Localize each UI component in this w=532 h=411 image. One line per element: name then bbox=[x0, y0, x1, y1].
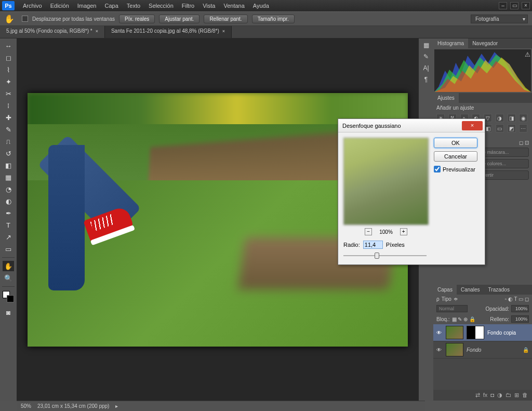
radius-slider[interactable] bbox=[343, 252, 427, 259]
radius-input[interactable] bbox=[363, 241, 383, 249]
window-close-icon[interactable]: × bbox=[522, 2, 530, 9]
menu-image[interactable]: Imagen bbox=[73, 1, 101, 10]
new-group-icon[interactable]: 🗀 bbox=[506, 392, 511, 399]
window-minimize-icon[interactable]: – bbox=[499, 2, 507, 9]
preview-zoom-value: 100% bbox=[379, 229, 393, 235]
blur-tool-icon[interactable]: ◔ bbox=[3, 184, 14, 194]
add-mask-icon[interactable]: ◘ bbox=[490, 392, 494, 399]
adjustments-tab[interactable]: Ajustes bbox=[433, 93, 459, 103]
lasso-tool-icon[interactable]: ⌇ bbox=[3, 64, 14, 75]
menu-layer[interactable]: Capa bbox=[100, 1, 122, 10]
menu-help[interactable]: Ayuda bbox=[249, 1, 273, 10]
navigator-tab[interactable]: Navegador bbox=[468, 38, 502, 48]
hue-icon[interactable]: ◑ bbox=[496, 114, 504, 122]
visibility-icon[interactable]: 👁 bbox=[436, 347, 443, 353]
zoom-out-icon[interactable]: − bbox=[365, 228, 372, 235]
ok-button[interactable]: OK bbox=[434, 138, 477, 148]
healing-tool-icon[interactable]: ✚ bbox=[3, 112, 14, 123]
kind-label: Tipo bbox=[442, 296, 451, 302]
type-tool-icon[interactable]: T bbox=[3, 220, 14, 230]
dialog-close-icon[interactable]: × bbox=[462, 121, 483, 130]
brush-tool-icon[interactable]: ✎ bbox=[3, 124, 14, 135]
swatches-panel-icon[interactable]: ▦ bbox=[423, 42, 429, 49]
scroll-all-checkbox[interactable] bbox=[22, 16, 28, 22]
paragraph-panel-icon[interactable]: ¶ bbox=[424, 76, 428, 83]
blend-mode-select[interactable]: Normal bbox=[436, 305, 468, 312]
crop-tool-icon[interactable]: ✂ bbox=[3, 88, 14, 99]
brushes-panel-icon[interactable]: ✎ bbox=[423, 53, 429, 60]
layer-name[interactable]: Fondo copia bbox=[487, 330, 516, 336]
eraser-tool-icon[interactable]: ◧ bbox=[3, 160, 14, 170]
layer-fx-icon[interactable]: fx bbox=[483, 392, 488, 399]
new-layer-icon[interactable]: ⊞ bbox=[514, 392, 519, 399]
menu-edit[interactable]: Edición bbox=[46, 1, 73, 10]
menu-text[interactable]: Texto bbox=[123, 1, 144, 10]
path-tool-icon[interactable]: ↗ bbox=[3, 232, 14, 242]
color-swatches[interactable] bbox=[3, 291, 14, 302]
menu-file[interactable]: Archivo bbox=[19, 1, 46, 10]
new-adjustment-icon[interactable]: ◑ bbox=[497, 392, 502, 399]
layer-thumbnail[interactable] bbox=[446, 326, 463, 339]
channels-tab[interactable]: Canales bbox=[457, 285, 484, 295]
visibility-icon[interactable]: 👁 bbox=[436, 330, 443, 336]
history-brush-icon[interactable]: ↺ bbox=[3, 148, 14, 158]
gradient-map-icon[interactable]: ▭ bbox=[496, 124, 504, 132]
selective-icon[interactable]: ◩ bbox=[508, 124, 516, 132]
move-tool-icon[interactable]: ↔ bbox=[3, 41, 14, 51]
fill-input[interactable]: 100% bbox=[511, 315, 529, 323]
actual-pixels-button[interactable]: Píx. reales bbox=[119, 15, 155, 23]
hand-tool-icon[interactable]: ✋ bbox=[3, 261, 14, 271]
fill-screen-button[interactable]: Rellenar pant. bbox=[204, 15, 247, 23]
stamp-tool-icon[interactable]: ⎍ bbox=[3, 136, 14, 147]
pen-tool-icon[interactable]: ✒ bbox=[3, 208, 14, 218]
doc-tab-2[interactable]: Santa Fe 2011-20 copia.jpg al 48,8% (RGB… bbox=[105, 26, 232, 38]
mask-thumbnail[interactable] bbox=[467, 326, 484, 339]
doc-tab-1[interactable]: 5.jpg al 50% (Fondo copia, RGB/8*) *× bbox=[0, 26, 105, 38]
document-tabs: 5.jpg al 50% (Fondo copia, RGB/8*) *× Sa… bbox=[0, 26, 532, 38]
print-size-button[interactable]: Tamaño impr. bbox=[252, 15, 295, 23]
more-icon[interactable]: ⋯ bbox=[519, 124, 527, 132]
zoom-in-icon[interactable]: + bbox=[400, 228, 407, 235]
workspace-select[interactable]: Fotografía bbox=[471, 15, 528, 23]
opacity-input[interactable]: 100% bbox=[511, 305, 529, 312]
zoom-tool-icon[interactable]: 🔍 bbox=[3, 273, 14, 283]
delete-layer-icon[interactable]: 🗑 bbox=[522, 392, 528, 399]
character-panel-icon[interactable]: A| bbox=[423, 64, 429, 72]
wand-tool-icon[interactable]: ✦ bbox=[3, 76, 14, 87]
fill-label: Relleno: bbox=[490, 316, 509, 322]
layer-row[interactable]: 👁 Fondo copia bbox=[433, 324, 532, 341]
layer-name[interactable]: Fondo bbox=[467, 347, 481, 353]
shape-tool-icon[interactable]: ▭ bbox=[3, 244, 14, 254]
fit-screen-button[interactable]: Ajustar pant. bbox=[159, 15, 200, 23]
photo-filter-icon[interactable]: ◉ bbox=[519, 114, 527, 122]
options-bar: ✋ Desplazarse por todas las ventanas Píx… bbox=[0, 11, 532, 26]
toolbox: ↔ ◻ ⌇ ✦ ✂ ⁞ ✚ ✎ ⎍ ↺ ◧ ▦ ◔ ◐ ✒ T ↗ ▭ ✋ 🔍 … bbox=[0, 38, 17, 401]
bw-icon[interactable]: ◨ bbox=[508, 114, 516, 122]
close-tab-icon[interactable]: × bbox=[96, 29, 98, 34]
histogram-tab[interactable]: Histograma bbox=[433, 38, 468, 48]
window-restore-icon[interactable]: ▭ bbox=[510, 2, 518, 9]
menu-view[interactable]: Vista bbox=[198, 1, 219, 10]
link-layers-icon[interactable]: ⇄ bbox=[475, 392, 480, 399]
quickmask-icon[interactable]: ◙ bbox=[3, 307, 14, 317]
menu-bar: Ps Archivo Edición Imagen Capa Texto Sel… bbox=[0, 0, 532, 11]
dodge-tool-icon[interactable]: ◐ bbox=[3, 196, 14, 206]
zoom-level[interactable]: 50% bbox=[21, 403, 31, 409]
layer-row[interactable]: 👁 Fondo 🔒 bbox=[433, 341, 532, 359]
status-menu-icon[interactable]: ▸ bbox=[115, 403, 118, 409]
paths-tab[interactable]: Trazados bbox=[484, 285, 514, 295]
gradient-tool-icon[interactable]: ▦ bbox=[3, 172, 14, 182]
menu-filter[interactable]: Filtro bbox=[178, 1, 198, 10]
dialog-titlebar[interactable]: Desenfoque gaussiano × bbox=[338, 119, 485, 132]
menu-window[interactable]: Ventana bbox=[219, 1, 248, 10]
cancel-button[interactable]: Cancelar bbox=[434, 151, 477, 162]
eyedropper-tool-icon[interactable]: ⁞ bbox=[3, 100, 14, 111]
blur-preview[interactable] bbox=[343, 138, 429, 225]
preview-checkbox[interactable] bbox=[434, 166, 441, 173]
layer-thumbnail[interactable] bbox=[446, 343, 463, 356]
marquee-tool-icon[interactable]: ◻ bbox=[3, 52, 14, 63]
close-tab-icon[interactable]: × bbox=[222, 29, 225, 34]
status-bar: 50% 23,01 cm x 15,34 cm (200 ppp) ▸ bbox=[17, 401, 425, 411]
layers-tab[interactable]: Capas bbox=[433, 285, 457, 295]
menu-select[interactable]: Selección bbox=[144, 1, 178, 10]
